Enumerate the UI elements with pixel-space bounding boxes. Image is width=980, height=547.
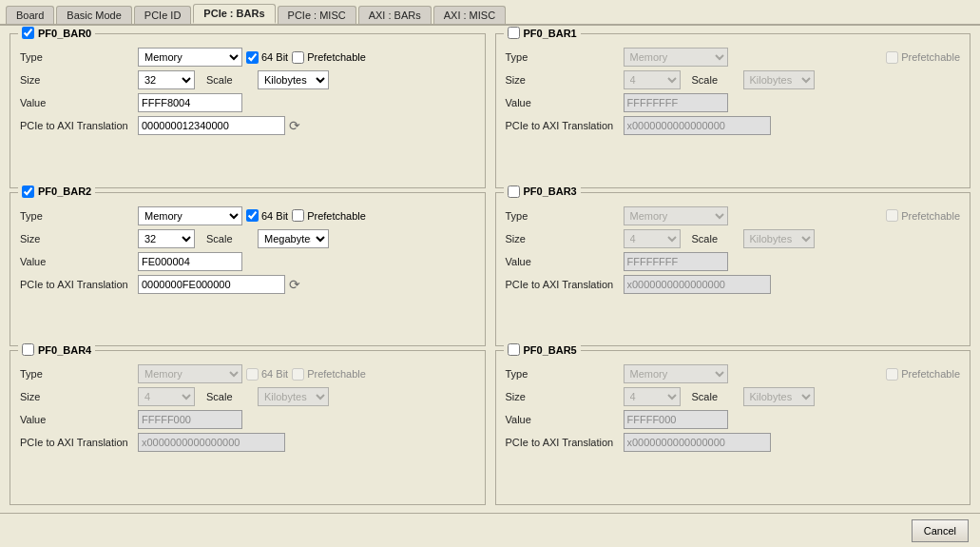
bar5-value-input[interactable] bbox=[624, 410, 728, 429]
bar5-size-label: Size bbox=[506, 391, 620, 402]
bar3-translation-row: PCIe to AXI Translation bbox=[506, 275, 961, 294]
bar4-scale-select[interactable]: Kilobytes bbox=[258, 387, 329, 406]
bar2-scale-select[interactable]: MegabytesKilobytesGigabytes bbox=[258, 229, 329, 248]
bar0-title: PF0_BAR0 bbox=[18, 27, 95, 39]
bar2-64bit-checkbox[interactable] bbox=[246, 209, 259, 222]
bar4-prefetchable-checkbox[interactable] bbox=[292, 368, 304, 381]
tab-axi-bars[interactable]: AXI : BARs bbox=[358, 6, 432, 24]
bar1-translation-input[interactable] bbox=[624, 116, 771, 135]
bar0-enable-checkbox[interactable] bbox=[22, 27, 34, 39]
bar0-size-row: Size 32481664 Scale KilobytesMegabytesGi… bbox=[20, 70, 475, 89]
bar1-enable-checkbox[interactable] bbox=[508, 27, 520, 39]
bar5-size-select[interactable]: 4 bbox=[624, 387, 681, 406]
bar4-type-select[interactable]: Memory bbox=[138, 364, 242, 383]
bar3-prefetchable-label: Prefetchable bbox=[886, 209, 960, 222]
bar1-type-select[interactable]: Memory bbox=[624, 48, 728, 67]
bar0-type-label: Type bbox=[20, 51, 134, 63]
bar0-translation-label: PCIe to AXI Translation bbox=[20, 120, 134, 131]
bar0-prefetchable-label: Prefetchable bbox=[292, 51, 366, 64]
bar4-title: PF0_BAR4 bbox=[18, 343, 95, 356]
bar5-type-label: Type bbox=[506, 368, 620, 380]
bar0-scale-select[interactable]: KilobytesMegabytesGigabytes bbox=[258, 70, 329, 89]
bar4-scale-label: Scale bbox=[206, 391, 254, 402]
tab-pcie-misc[interactable]: PCIe : MISC bbox=[278, 6, 356, 24]
tab-axi-misc[interactable]: AXI : MISC bbox=[433, 6, 506, 24]
bar3-type-row: Type Memory Prefetchable bbox=[506, 206, 961, 225]
bar2-fields: Type MemoryIO 64 Bit Prefetchable Size bbox=[20, 206, 475, 294]
bar0-size-select[interactable]: 32481664 bbox=[138, 70, 195, 89]
bar5-type-select[interactable]: Memory bbox=[624, 364, 728, 383]
bar4-64bit-checkbox[interactable] bbox=[246, 368, 259, 381]
tab-pcie-bars[interactable]: PCIe : BARs bbox=[193, 4, 275, 24]
bar2-type-select[interactable]: MemoryIO bbox=[138, 206, 242, 225]
bar1-translation-row: PCIe to AXI Translation bbox=[506, 116, 961, 135]
cancel-button[interactable]: Cancel bbox=[912, 519, 969, 542]
bar2-size-select[interactable]: 324 bbox=[138, 229, 195, 248]
bar2-translation-input[interactable] bbox=[138, 275, 285, 294]
bar3-type-select[interactable]: Memory bbox=[624, 206, 728, 225]
bar1-scale-select[interactable]: Kilobytes bbox=[743, 70, 815, 89]
bar5-title: PF0_BAR5 bbox=[504, 343, 581, 356]
bar5-prefetchable-checkbox[interactable] bbox=[886, 368, 898, 381]
bar3-translation-input[interactable] bbox=[624, 275, 771, 294]
bar3-scale-select[interactable]: Kilobytes bbox=[743, 229, 815, 248]
bar4-section: PF0_BAR4 Type Memory 64 Bit Prefetchable bbox=[10, 350, 486, 505]
bar0-prefetchable-checkbox[interactable] bbox=[292, 51, 304, 64]
tab-pcie-id[interactable]: PCIe ID bbox=[134, 6, 192, 24]
bar2-prefetchable-checkbox[interactable] bbox=[292, 209, 304, 222]
bar4-value-row: Value bbox=[20, 410, 475, 429]
bar0-translation-input[interactable] bbox=[138, 116, 285, 135]
bar0-size-label: Size bbox=[20, 74, 134, 86]
bar0-64bit-checkbox[interactable] bbox=[246, 51, 259, 64]
bar5-value-row: Value bbox=[506, 410, 961, 429]
bar2-enable-checkbox[interactable] bbox=[22, 186, 34, 198]
bar4-size-label: Size bbox=[20, 391, 134, 402]
bar5-scale-select[interactable]: Kilobytes bbox=[743, 387, 815, 406]
bar1-value-input[interactable] bbox=[624, 93, 728, 112]
bar1-value-row: Value bbox=[506, 93, 961, 112]
bar1-prefetchable-checkbox[interactable] bbox=[886, 51, 898, 64]
bar5-value-label: Value bbox=[506, 414, 620, 425]
bar1-value-label: Value bbox=[506, 97, 620, 108]
bar0-value-label: Value bbox=[20, 97, 134, 108]
bar2-title: PF0_BAR2 bbox=[18, 186, 95, 198]
bar5-size-row: Size 4 Scale Kilobytes bbox=[506, 387, 961, 406]
bar0-value-input[interactable] bbox=[138, 93, 242, 112]
bar5-prefetchable-label: Prefetchable bbox=[886, 368, 960, 381]
bar2-value-input[interactable] bbox=[138, 252, 242, 271]
bar2-value-label: Value bbox=[20, 256, 134, 267]
bar1-type-label: Type bbox=[506, 51, 620, 63]
bar1-size-label: Size bbox=[506, 74, 620, 86]
bar5-translation-input[interactable] bbox=[624, 433, 771, 452]
bar4-enable-checkbox[interactable] bbox=[22, 343, 34, 356]
tab-basic-mode[interactable]: Basic Mode bbox=[56, 6, 131, 24]
bar1-size-select[interactable]: 4 bbox=[624, 70, 681, 89]
bar3-translation-label: PCIe to AXI Translation bbox=[506, 279, 620, 290]
bar3-size-select[interactable]: 4 bbox=[624, 229, 681, 248]
bar2-type-row: Type MemoryIO 64 Bit Prefetchable bbox=[20, 206, 475, 225]
bar3-fields: Type Memory Prefetchable Size 4 Scale bbox=[506, 206, 961, 294]
bar0-fields: Type MemoryIO 64 Bit Prefetchable Size bbox=[20, 48, 475, 135]
bar1-scale-label: Scale bbox=[692, 74, 740, 86]
bar4-size-select[interactable]: 4 bbox=[138, 387, 195, 406]
bar0-section: PF0_BAR0 Type MemoryIO 64 Bit Prefetchab… bbox=[10, 33, 486, 188]
bar4-value-input[interactable] bbox=[138, 410, 242, 429]
bar3-prefetchable-checkbox[interactable] bbox=[886, 209, 898, 222]
bar3-size-row: Size 4 Scale Kilobytes bbox=[506, 229, 961, 248]
bar4-value-label: Value bbox=[20, 414, 134, 425]
bar2-value-row: Value bbox=[20, 252, 475, 271]
bar5-enable-checkbox[interactable] bbox=[508, 343, 520, 356]
bar4-type-row: Type Memory 64 Bit Prefetchable bbox=[20, 364, 475, 383]
bar3-value-input[interactable] bbox=[624, 252, 728, 271]
bar0-scale-label: Scale bbox=[206, 74, 254, 86]
bottom-bar: Cancel bbox=[0, 513, 980, 547]
bar3-value-row: Value bbox=[506, 252, 961, 271]
bar4-translation-label: PCIe to AXI Translation bbox=[20, 437, 134, 448]
bar0-type-select[interactable]: MemoryIO bbox=[138, 48, 242, 67]
bar4-prefetchable-label: Prefetchable bbox=[292, 368, 366, 381]
bar4-translation-input[interactable] bbox=[138, 433, 285, 452]
bar5-scale-label: Scale bbox=[692, 391, 740, 402]
bars-content: PF0_BAR0 Type MemoryIO 64 Bit Prefetchab… bbox=[0, 26, 980, 513]
bar3-enable-checkbox[interactable] bbox=[508, 186, 520, 198]
tab-board[interactable]: Board bbox=[6, 6, 54, 24]
